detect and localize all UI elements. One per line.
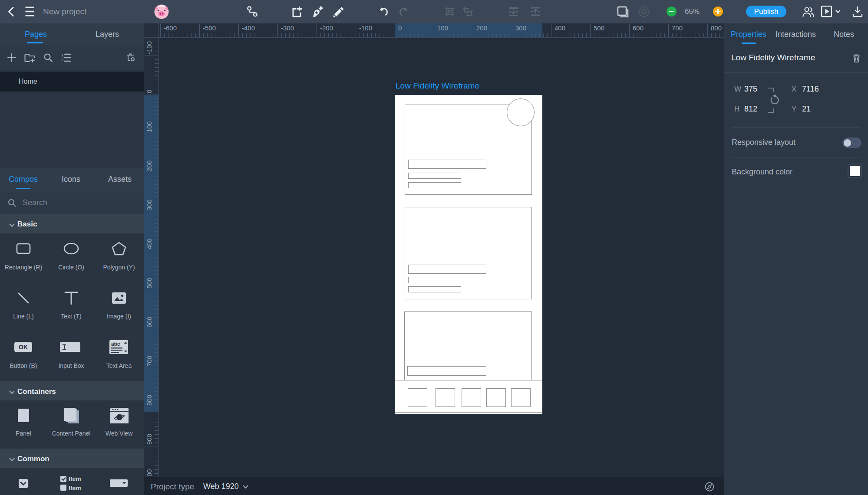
svg-text:Item: Item: [69, 476, 81, 482]
svg-text:abc: abc: [111, 341, 120, 347]
svg-text:1: 1: [61, 53, 63, 57]
svg-text:Item: Item: [69, 485, 81, 492]
svg-text:2: 2: [61, 57, 63, 62]
